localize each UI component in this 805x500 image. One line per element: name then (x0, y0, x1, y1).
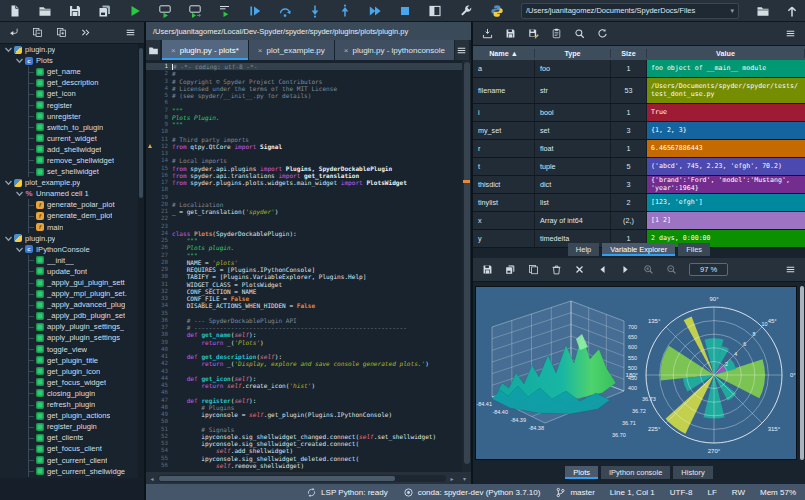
outline-item[interactable]: get_clients (0, 432, 138, 443)
chevron-down-icon[interactable]: ▾ (730, 7, 734, 15)
outline-item[interactable]: apply_plugin_settings_ (0, 321, 138, 332)
variable-row[interactable]: a foo 1 foo object of __main__ module (473, 60, 805, 78)
outline-item[interactable]: __init__ (0, 255, 138, 266)
outline-item[interactable]: get_name (0, 66, 138, 77)
expand-all-icon[interactable] (56, 27, 67, 38)
outline-item[interactable]: plot_example.py (0, 177, 138, 188)
outline-item[interactable]: add_shellwidget (0, 144, 138, 155)
outline-item[interactable]: current_widget (0, 133, 138, 144)
options-menu-icon[interactable] (785, 264, 796, 275)
options-menu-icon[interactable] (125, 27, 136, 38)
outline-item[interactable]: set_shellwidget (0, 166, 138, 177)
outline-item[interactable]: plugin.py (0, 44, 138, 55)
refresh-icon[interactable] (597, 28, 608, 39)
editor-options-button[interactable] (455, 40, 469, 60)
plots-scrollbar[interactable] (800, 286, 804, 460)
variable-row[interactable]: t tuple 5 ('abcd', 745, 2.23, 'efgh', 70… (473, 158, 805, 176)
outline-item[interactable]: _apply_mpl_plugin_set. (0, 288, 138, 299)
outline-item[interactable]: get_description (0, 77, 138, 88)
tab-history[interactable]: History (673, 466, 712, 479)
save-all-icon[interactable] (98, 4, 112, 18)
goto-cursor-icon[interactable] (8, 27, 19, 38)
save-icon[interactable] (68, 4, 82, 18)
outline-item[interactable]: get_focus_widget (0, 377, 138, 388)
outline-item[interactable]: toggle_view (0, 344, 138, 355)
outline-item[interactable]: update_font (0, 266, 138, 277)
outline-item[interactable]: get_focus_client (0, 443, 138, 454)
editor-horizontal-scrollbar[interactable]: ◂ ▸ ▾ (146, 472, 471, 484)
variable-row[interactable]: tinylist list 2 [123, 'efgh'] (473, 194, 805, 212)
editor-tab[interactable]: ×plot_example.py (249, 40, 334, 60)
previous-plot-icon[interactable] (597, 264, 608, 275)
chevron-down-icon[interactable] (15, 56, 24, 65)
outline-item[interactable]: get_plugin_title (0, 355, 138, 366)
hscroll-thumb[interactable] (159, 476, 395, 481)
outline-item[interactable]: fgenerate_polar_plot (0, 199, 138, 210)
continue-icon[interactable] (368, 4, 382, 18)
outline-item[interactable]: plugin.py (0, 233, 138, 244)
variable-row[interactable]: filename str 53 /Users/Documents/spyder/… (473, 78, 805, 104)
editor-tab[interactable]: ×plugin.py - plots* (162, 40, 248, 60)
editor-vertical-scrollbar[interactable] (462, 60, 471, 472)
preferences-icon[interactable] (459, 4, 473, 18)
save-data-as-icon[interactable] (528, 28, 539, 39)
next-plot-icon[interactable] (620, 264, 631, 275)
outline-item[interactable]: apply_plugin_settings (0, 332, 138, 343)
step-into-icon[interactable] (308, 4, 322, 18)
run-cell-advance-icon[interactable] (188, 4, 202, 18)
outline-item[interactable]: get_plugin_icon (0, 366, 138, 377)
chevron-down-icon[interactable] (4, 178, 13, 187)
maximize-pane-icon[interactable] (428, 4, 442, 18)
chevron-down-icon[interactable] (15, 245, 24, 254)
python-logo-icon[interactable] (490, 4, 504, 18)
outline-item[interactable]: _apply_gui_plugin_sett (0, 277, 138, 288)
browse-tabs-button[interactable] (146, 40, 160, 60)
outline-item[interactable]: get_current_shellwidge (0, 466, 138, 477)
outline-item[interactable]: get_plugin_actions (0, 410, 138, 421)
outline-item[interactable]: register_plugin (0, 421, 138, 432)
zoom-out-icon[interactable] (666, 264, 677, 275)
close-icon[interactable]: × (258, 46, 263, 55)
column-header-value[interactable]: Value (647, 49, 805, 58)
search-icon[interactable] (574, 28, 585, 39)
outline-item[interactable]: cPlots (0, 55, 138, 66)
column-header-size[interactable]: Size (611, 49, 647, 58)
scroll-left-icon[interactable]: ◂ (146, 475, 158, 482)
stop-debug-icon[interactable] (398, 4, 412, 18)
save-data-icon[interactable] (505, 28, 516, 39)
outline-item[interactable]: get_current_client (0, 454, 138, 465)
code-editor[interactable]: 1# -*- coding: utf-8 -*-2#3# Copyright ©… (146, 60, 462, 472)
run-selection-icon[interactable] (218, 4, 232, 18)
options-menu-icon[interactable] (785, 28, 796, 39)
step-out-icon[interactable] (338, 4, 352, 18)
scroll-right-icon[interactable]: ▸ (446, 475, 458, 482)
tab-files[interactable]: Files (678, 243, 710, 256)
outline-item[interactable]: get_icon (0, 88, 138, 99)
paste-data-icon[interactable] (551, 28, 562, 39)
working-directory-combo[interactable]: /Users/juanitagomez/Documents/SpyderDocs… (521, 3, 739, 19)
browse-directory-icon[interactable] (756, 4, 770, 18)
variable-row[interactable]: i bool 1 True (473, 104, 805, 122)
outline-item[interactable]: _apply_pdb_plugin_set (0, 310, 138, 321)
variable-row[interactable]: thisdict dict 3 {'brand':'Ford', 'model'… (473, 176, 805, 194)
run-cell-icon[interactable] (158, 4, 172, 18)
chevron-down-icon[interactable] (15, 189, 24, 198)
collapse-all-icon[interactable] (32, 27, 43, 38)
zoom-in-icon[interactable] (643, 264, 654, 275)
column-header-name[interactable]: Name ▲ (473, 49, 535, 58)
outline-item[interactable]: _apply_advanced_plug (0, 299, 138, 310)
outline-scrollbar[interactable] (138, 44, 144, 478)
save-plot-icon[interactable] (482, 264, 493, 275)
run-file-icon[interactable] (128, 4, 142, 18)
open-file-icon[interactable] (38, 4, 52, 18)
column-header-type[interactable]: Type (535, 49, 611, 58)
outline-item[interactable]: register (0, 99, 138, 110)
parent-directory-icon[interactable] (785, 4, 799, 18)
outline-item[interactable]: %Unnamed cell 1 (0, 188, 138, 199)
save-all-plots-icon[interactable] (505, 264, 516, 275)
import-data-icon[interactable] (482, 28, 493, 39)
outline-item[interactable]: switch_to_plugin (0, 122, 138, 133)
step-over-icon[interactable] (278, 4, 292, 18)
outline-item[interactable]: unregister (0, 111, 138, 122)
outline-item[interactable]: fmain (0, 222, 138, 233)
